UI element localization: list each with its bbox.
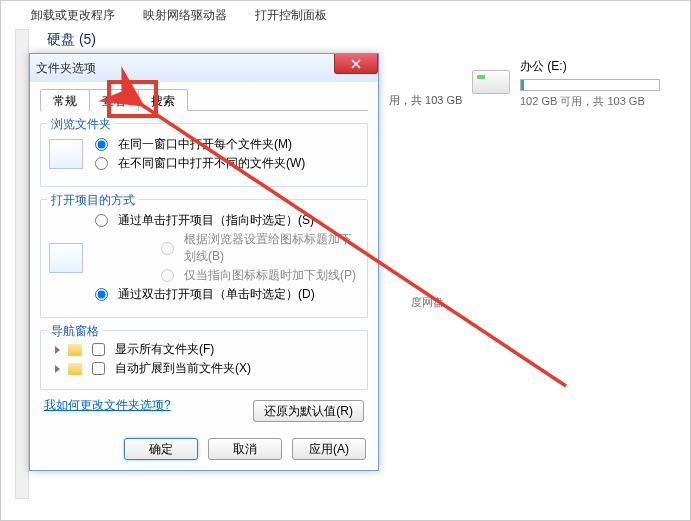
explorer-command-bar: 卸载或更改程序 映射网络驱动器 打开控制面板 <box>31 4 690 26</box>
drive-capacity-bar <box>520 79 660 91</box>
cmd-open-control-panel[interactable]: 打开控制面板 <box>255 7 327 24</box>
cancel-button[interactable]: 取消 <box>208 438 282 460</box>
help-link-folder-options[interactable]: 我如何更改文件夹选项? <box>44 397 171 414</box>
close-icon <box>351 59 361 69</box>
cmd-map-network-drive[interactable]: 映射网络驱动器 <box>143 7 227 24</box>
radio-same-window[interactable] <box>95 138 108 151</box>
folder-icon <box>68 344 82 356</box>
label-same-window: 在同一窗口中打开每个文件夹(M) <box>118 136 292 153</box>
label-underline-browser: 根据浏览器设置给图标标题加下划线(B) <box>184 231 359 265</box>
label-new-window: 在不同窗口中打开不同的文件夹(W) <box>118 155 305 172</box>
tab-search[interactable]: 搜索 <box>138 89 188 111</box>
group-legend-open: 打开项目的方式 <box>47 192 139 209</box>
radio-double-click[interactable] <box>95 288 108 301</box>
dialog-title: 文件夹选项 <box>36 60 96 77</box>
label-double-click: 通过双击打开项目（单击时选定）(D) <box>118 286 315 303</box>
ok-button[interactable]: 确定 <box>124 438 198 460</box>
group-open-style: 打开项目的方式 通过单击打开项目（指向时选定）(S) 根据浏览器设置给图标标题加… <box>40 199 368 318</box>
radio-new-window[interactable] <box>95 157 108 170</box>
hard-drive-icon <box>472 70 510 94</box>
browse-illustration-icon <box>49 139 83 169</box>
drive-status: 102 GB 可用，共 103 GB <box>520 94 670 109</box>
radio-single-click[interactable] <box>95 214 108 227</box>
tree-arrow-icon <box>55 346 60 354</box>
group-legend-browse: 浏览文件夹 <box>47 116 115 133</box>
tree-arrow-icon <box>55 365 60 373</box>
tab-strip: 常规 查看 搜索 <box>40 88 368 111</box>
dialog-titlebar[interactable]: 文件夹选项 <box>30 54 378 82</box>
group-browse-folders: 浏览文件夹 在同一窗口中打开每个文件夹(M) 在不同窗口中打开不同的文件夹(W) <box>40 123 368 187</box>
group-navigation-pane: 导航窗格 显示所有文件夹(F) 自动扩展到当前文件夹(X) <box>40 330 368 390</box>
click-illustration-icon <box>49 243 83 273</box>
label-show-all-folders: 显示所有文件夹(F) <box>115 341 214 358</box>
tab-view[interactable]: 查看 <box>89 89 139 111</box>
label-single-click: 通过单击打开项目（指向时选定）(S) <box>118 212 314 229</box>
label-underline-hover: 仅当指向图标标题时加下划线(P) <box>184 267 356 284</box>
drive-label: 办公 (E:) <box>520 58 670 75</box>
section-hard-drives: 硬盘 (5) <box>47 31 96 49</box>
drive-status-partial: 用，共 103 GB <box>389 93 462 108</box>
restore-defaults-button[interactable]: 还原为默认值(R) <box>253 400 364 422</box>
tab-general[interactable]: 常规 <box>40 89 90 111</box>
scrollbar-vertical[interactable] <box>15 29 29 499</box>
group-legend-nav: 导航窗格 <box>47 323 103 340</box>
drive-e[interactable]: 办公 (E:) 102 GB 可用，共 103 GB <box>520 58 670 109</box>
folder-icon <box>68 363 82 375</box>
label-auto-expand: 自动扩展到当前文件夹(X) <box>115 360 251 377</box>
radio-underline-browser <box>161 242 174 255</box>
dialog-button-row: 确定 取消 应用(A) <box>30 438 378 460</box>
apply-button[interactable]: 应用(A) <box>292 438 366 460</box>
check-auto-expand[interactable] <box>92 362 105 375</box>
close-button[interactable] <box>334 54 378 74</box>
folder-options-dialog: 文件夹选项 常规 查看 搜索 浏览文件夹 在同一窗口中打开每个文件夹(M) 在不… <box>29 53 379 471</box>
check-show-all-folders[interactable] <box>92 343 105 356</box>
radio-underline-hover <box>161 269 174 282</box>
cloud-drive-label-fragment: 度网盘 <box>411 295 444 310</box>
cmd-uninstall-program[interactable]: 卸载或更改程序 <box>31 7 115 24</box>
